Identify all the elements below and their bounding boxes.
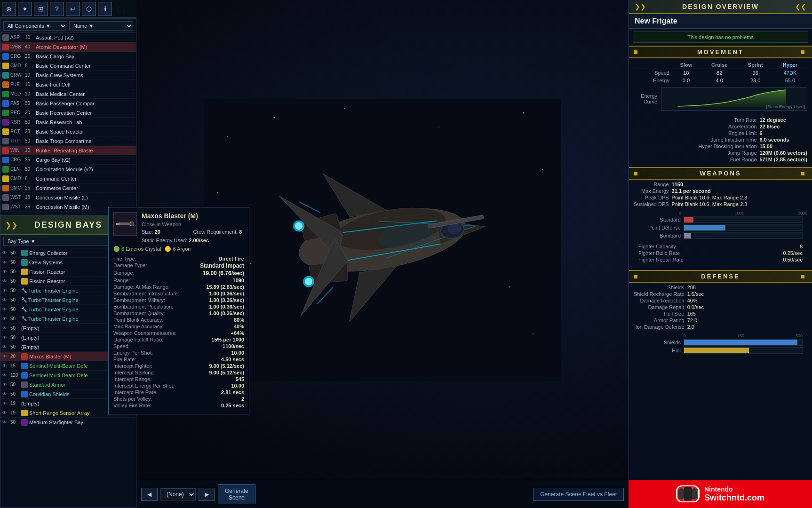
list-item[interactable]: TRP 50 Basic Troop Compartme — [0, 136, 136, 146]
turn-rate-value: 12 deg/sec — [760, 117, 808, 123]
shields-bar-row: Shields — [638, 339, 803, 346]
eye-icon: 👁 — [2, 288, 9, 293]
overview-title: DESIGN OVERVIEW — [646, 3, 795, 10]
tooltip-bomb-mil-value: 1.00 (0.36/sec) — [209, 297, 244, 303]
list-item[interactable]: RCT 23 Basic Space Reactor — [0, 127, 136, 136]
components-filter-row: All Components ▼ Name ▼ — [0, 19, 136, 33]
tooltip-vfr-label: Volley Fire Rate: — [113, 403, 151, 408]
comp-num: 36 — [25, 204, 34, 209]
comp-num: 50 — [25, 167, 34, 172]
toolbar-btn-add[interactable]: ⊕ — [2, 2, 16, 16]
eye-icon: 👁 — [2, 250, 9, 255]
list-item[interactable]: CRG 25 Basic Cargo Bay — [0, 52, 136, 61]
comp-type: CLN — [10, 167, 24, 172]
tooltip-speed-row: Speed: 1100/sec — [113, 343, 244, 349]
bay-icon — [21, 419, 28, 426]
tooltip-eps-label: Energy Per Shot: — [113, 350, 153, 356]
components-filter-dropdown[interactable]: All Components ▼ — [3, 21, 67, 31]
tooltip-ieps-value: 10.00 — [231, 383, 244, 389]
comp-type: CRW — [10, 72, 24, 78]
bay-num: 19 — [10, 401, 20, 406]
tooltip-vfr-value: 0.25 secs — [221, 403, 244, 408]
tooltip-fire-type-row: Fire Type: Direct Fire — [113, 256, 244, 262]
next-scene-btn[interactable]: ▶ — [199, 488, 215, 501]
tooltip-ieps-row: Intercept Energy Per Shot: 10.00 — [113, 383, 244, 389]
comp-icon — [2, 100, 9, 107]
tooltip-fire-type-value: Direct Fire — [219, 256, 244, 262]
bay-num: 50 — [10, 269, 20, 274]
list-item[interactable]: CMD 8 Command Center — [0, 174, 136, 183]
wrench-icon: 🔧 — [21, 307, 27, 312]
list-item[interactable]: CLN 50 Colonization Module (v2) — [0, 165, 136, 174]
bay-num: 19 — [10, 410, 20, 415]
tooltip-bomb-mil-label: Bombardment Military: — [113, 297, 165, 303]
list-item[interactable]: RSR 50 Basic Research Lab — [0, 118, 136, 127]
turn-rate-label: Turn Rate — [634, 117, 757, 123]
generate-fleet-btn[interactable]: Generate Scene Fleet vs Fleet — [533, 488, 624, 501]
standard-bar-label: Standard — [638, 217, 681, 222]
tooltip-range-value: 1090 — [233, 278, 244, 283]
ion-defense-label: Ion Damage Defense — [634, 324, 685, 330]
list-item[interactable]: MED 10 Basic Medical Center — [0, 89, 136, 99]
wrench-icon: 🔧 — [21, 316, 27, 321]
tooltip-basic-stats: Size: 20 Crew Requirement: 8 — [142, 229, 244, 235]
jump-init-value: 6.0 seconds — [760, 137, 808, 143]
generate-scene-btn[interactable]: GenerateScene — [218, 484, 255, 504]
comp-icon — [2, 53, 9, 60]
tooltip-damage-type-value: Standard Impact — [200, 262, 244, 269]
comp-icon — [2, 138, 9, 144]
list-item[interactable]: FUE 10 Basic Fuel Cell — [0, 80, 136, 89]
defense-stats-grid: Shields 288 Shield Recharge Rate 1.6/sec… — [634, 285, 807, 330]
list-item[interactable]: REC 20 Basic Recreation Center — [0, 108, 136, 118]
components-name-dropdown[interactable]: Name ▼ — [69, 21, 133, 31]
toolbar-btn-star[interactable]: ✦ — [18, 2, 32, 16]
speed-row-label: Speed — [634, 69, 671, 77]
eye-icon: 👁 — [2, 391, 9, 397]
bar-scale-1000: 1000 — [735, 211, 744, 215]
fighter-repair-value: 0.50/sec — [783, 257, 803, 262]
energy-curve-graph: (Static Energy Used) — [661, 87, 807, 111]
tooltip-damage-value: 19.00 (6.76/sec) — [203, 270, 244, 277]
list-item[interactable]: CRW 10 Basic Crew Systems — [0, 71, 136, 80]
tooltip-bomb-infra-label: Bombardment Infrastructure: — [113, 291, 179, 296]
tooltip-fire-type-label: Fire Type: — [113, 256, 136, 262]
toolbar-btn-grid[interactable]: ⊞ — [34, 2, 48, 16]
toolbar-btn-undo[interactable]: ↩ — [66, 2, 80, 16]
comp-num: 18 — [25, 195, 34, 200]
ws-energy-label: Max Energy — [634, 188, 669, 194]
list-item[interactable]: 👁 50 Medium Starfighter Bay — [0, 418, 136, 427]
prev-scene-btn[interactable]: ◀ — [141, 488, 158, 501]
comp-num: 10 — [25, 82, 34, 87]
tooltip-ifighter-label: Intercept Fighter: — [113, 363, 152, 369]
toolbar-btn-hex[interactable]: ⬡ — [82, 2, 96, 16]
scene-dropdown[interactable]: (None) — [160, 488, 196, 500]
weapon-bar-scale: 0 1000 2000 — [634, 211, 807, 216]
nintendo-logo-area: Nintendo Switchntd.com — [676, 485, 764, 503]
list-item[interactable]: WBB 40 Atomic Devastator (M) — [0, 42, 136, 52]
list-item[interactable]: CMC 25 Commerce Center — [0, 183, 136, 193]
svg-point-3 — [344, 108, 345, 109]
weapons-section-square-right — [801, 172, 804, 175]
tooltip-pb-acc-value: 80% — [234, 317, 244, 323]
defense-section-square-right — [801, 275, 804, 278]
design-bays-title: DESIGN BAYS — [21, 220, 115, 230]
movement-stats-grid: Turn Rate 12 deg/sec Acceleration 22.6/s… — [629, 115, 812, 164]
tooltip-wcm-row: Weapon Countermeasures: +64% — [113, 330, 244, 336]
toolbar-btn-help[interactable]: ? — [50, 2, 64, 16]
fighter-capacity-label: Fighter Capacity — [638, 244, 676, 249]
toolbar-btn-info[interactable]: ℹ — [98, 2, 112, 16]
speed-col-sprint: Sprint — [738, 61, 773, 69]
list-item[interactable]: ASP 10 Assault Pod (v2) — [0, 33, 136, 42]
tooltip-irange-value: 545 — [236, 376, 244, 382]
list-item[interactable]: CMD 8 Basic Command Center — [0, 61, 136, 71]
comp-name: Basic Space Reactor — [36, 129, 134, 135]
comp-type: CRG — [10, 157, 24, 162]
list-item[interactable]: PAS 50 Basic Passenger Compar — [0, 99, 136, 108]
fighter-build-label: Fighter Build Rate — [638, 250, 680, 256]
list-item[interactable]: WST 18 Concussion Missile (L) — [0, 193, 136, 202]
comp-type: CMD — [10, 63, 24, 68]
list-item[interactable]: CRG 25 Cargo Bay (v2) — [0, 155, 136, 165]
shields-bar-label: Shields — [638, 340, 681, 345]
svg-rect-28 — [116, 223, 119, 225]
list-item[interactable]: WIN 10 Bunker Repeating Blaste — [0, 146, 136, 155]
